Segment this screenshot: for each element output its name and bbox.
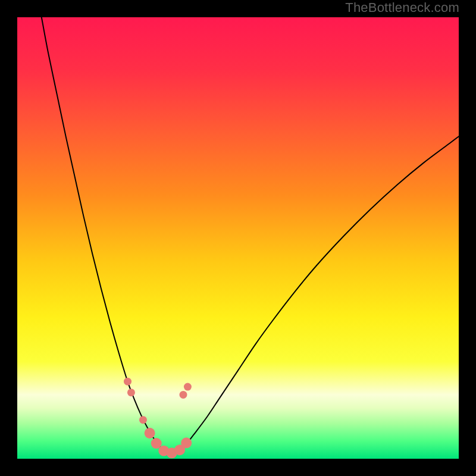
marker-point xyxy=(184,383,192,391)
curve-layer xyxy=(17,17,459,459)
plot-area xyxy=(17,17,459,459)
marker-point xyxy=(145,428,155,439)
marker-point xyxy=(181,437,192,448)
chart-frame xyxy=(17,17,459,459)
series-left-curve xyxy=(42,17,167,453)
series-right-curve xyxy=(176,136,459,453)
watermark-text: TheBottleneck.com xyxy=(345,0,459,15)
marker-point xyxy=(139,416,147,424)
marker-point xyxy=(127,389,135,396)
marker-point xyxy=(124,378,131,386)
marker-point xyxy=(179,391,187,399)
